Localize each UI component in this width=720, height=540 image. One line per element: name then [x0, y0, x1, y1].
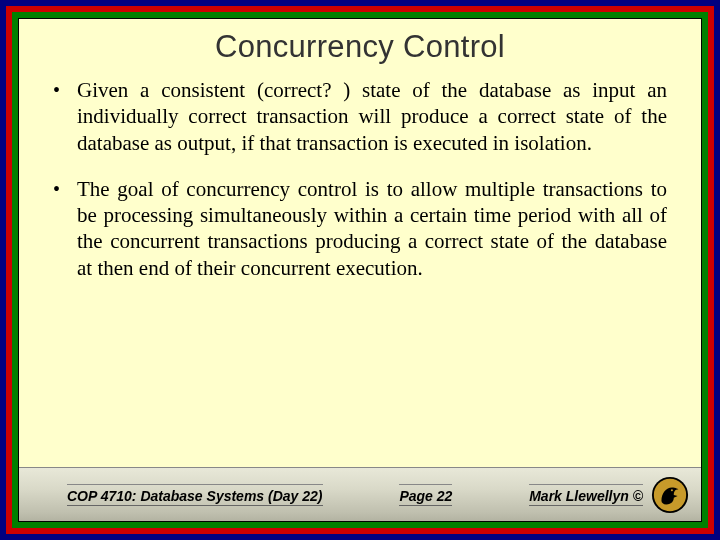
bullet-item: • The goal of concurrency control is to …	[53, 176, 667, 281]
bullet-marker-icon: •	[53, 77, 77, 103]
footer-page: Page 22	[399, 484, 452, 506]
ucf-pegasus-logo-icon	[651, 476, 689, 514]
footer-author: Mark Llewellyn ©	[529, 484, 643, 506]
slide-title: Concurrency Control	[19, 29, 701, 65]
svg-point-2	[671, 489, 673, 491]
slide-content-panel: Concurrency Control • Given a consistent…	[18, 18, 702, 522]
bullet-text: Given a consistent (correct? ) state of …	[77, 77, 667, 156]
bullet-text: The goal of concurrency control is to al…	[77, 176, 667, 281]
bullet-item: • Given a consistent (correct? ) state o…	[53, 77, 667, 156]
bullet-marker-icon: •	[53, 176, 77, 202]
slide-frame-green: Concurrency Control • Given a consistent…	[12, 12, 708, 528]
slide-frame-red: Concurrency Control • Given a consistent…	[6, 6, 714, 534]
slide-body: • Given a consistent (correct? ) state o…	[19, 71, 701, 467]
title-container: Concurrency Control	[19, 19, 701, 71]
slide-outer-frame: Concurrency Control • Given a consistent…	[0, 0, 720, 540]
slide-footer: COP 4710: Database Systems (Day 22) Page…	[19, 467, 701, 521]
footer-course: COP 4710: Database Systems (Day 22)	[67, 484, 323, 506]
